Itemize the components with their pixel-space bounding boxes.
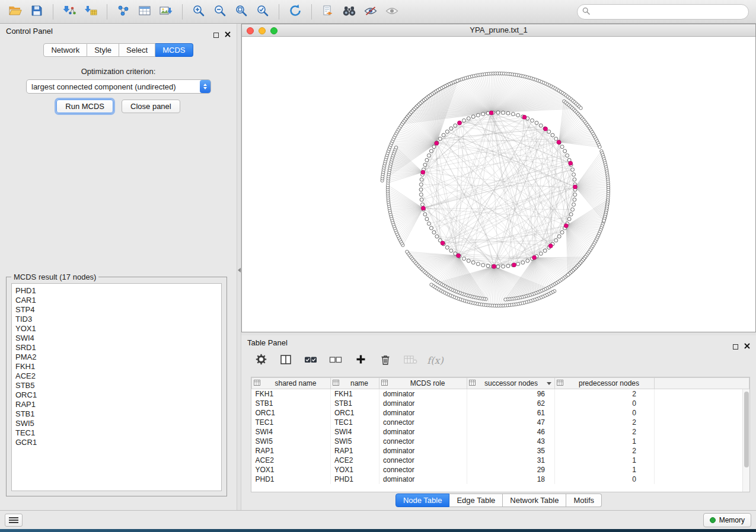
window-close-button[interactable] (247, 27, 254, 34)
column-header-name[interactable]: name (331, 378, 379, 389)
table-row[interactable]: TEC1TEC1connector472 (252, 418, 749, 427)
hide-annotations-button[interactable] (360, 2, 381, 21)
mcds-result-list[interactable]: PHD1 CAR1 STP4 TID3 YOX1 SWI4 SRD1 PMA2 … (11, 283, 222, 491)
search-input[interactable] (593, 8, 748, 16)
float-panel-icon[interactable] (733, 344, 738, 350)
zoom-in-icon (192, 4, 205, 19)
search-box[interactable] (577, 4, 749, 20)
table-row[interactable]: FKH1FKH1dominator962 (252, 389, 749, 399)
window-zoom-button[interactable] (270, 27, 277, 34)
column-grid-icon (381, 379, 388, 387)
network-view-window: YPA_prune.txt_1 (241, 24, 756, 332)
result-node[interactable]: CAR1 (12, 296, 221, 305)
save-session-button[interactable] (26, 2, 47, 21)
column-header-successor-nodes[interactable]: successor nodes (467, 378, 555, 389)
tab-network[interactable]: Network (43, 43, 87, 57)
result-node[interactable]: TID3 (12, 315, 221, 324)
import-table-button[interactable] (80, 2, 101, 21)
zoom-out-button[interactable] (209, 2, 231, 21)
result-node[interactable]: ACE2 (12, 371, 221, 381)
network-window-title: YPA_prune.txt_1 (242, 24, 755, 36)
main-toolbar (0, 0, 756, 24)
result-node[interactable]: GCR1 (12, 438, 221, 447)
network-canvas[interactable] (242, 37, 755, 332)
search-network-button[interactable] (339, 2, 360, 21)
collapse-left-icon[interactable] (238, 268, 241, 273)
result-node[interactable]: PHD1 (12, 286, 221, 296)
table-row[interactable]: PHD1PHD1dominator180 (252, 475, 749, 484)
window-minimize-button[interactable] (259, 27, 266, 34)
run-mcds-button[interactable]: Run MCDS (56, 100, 113, 113)
open-file-button[interactable] (5, 2, 26, 21)
float-panel-icon[interactable] (213, 33, 219, 38)
result-node[interactable]: STP4 (12, 305, 221, 315)
delete-column-button[interactable] (377, 352, 394, 368)
memory-button[interactable]: Memory (703, 513, 751, 527)
zoom-fit-button[interactable] (231, 2, 252, 21)
table-row[interactable]: YOX1YOX1connector291 (252, 465, 749, 475)
table-row[interactable]: SWI5SWI5connector431 (252, 437, 749, 446)
import-table-icon (84, 5, 98, 18)
result-node[interactable]: ORC1 (12, 390, 221, 400)
show-columns-button[interactable] (277, 352, 295, 368)
vertical-splitter[interactable] (237, 24, 241, 510)
add-column-button[interactable] (352, 352, 369, 368)
result-node[interactable]: RAP1 (12, 400, 221, 409)
table-row[interactable]: STB1STB1dominator620 (252, 399, 749, 408)
import-network-icon (62, 5, 76, 18)
tab-network-table[interactable]: Network Table (503, 493, 566, 507)
table-settings-button[interactable] (252, 352, 270, 368)
node-table[interactable]: shared name name MCDS role successor nod… (251, 377, 750, 492)
zoom-selected-icon (256, 4, 269, 19)
table-row[interactable]: SWI4SWI4dominator462 (252, 427, 749, 437)
table-scrollbar[interactable] (742, 389, 749, 492)
new-table-button[interactable] (134, 2, 155, 21)
result-node[interactable]: SWI5 (12, 419, 221, 428)
apply-layout-button[interactable] (285, 2, 306, 21)
table-row[interactable]: ORC1ORC1dominator610 (252, 408, 749, 418)
close-panel-icon[interactable] (225, 27, 231, 43)
status-menu-button[interactable] (5, 514, 23, 527)
tab-edge-table[interactable]: Edge Table (449, 493, 503, 507)
tab-style[interactable]: Style (87, 43, 119, 57)
network-graph[interactable] (242, 37, 755, 332)
tab-motifs[interactable]: Motifs (566, 493, 602, 507)
import-network-button[interactable] (59, 2, 80, 21)
search-icon (582, 7, 590, 17)
network-window-titlebar[interactable]: YPA_prune.txt_1 (242, 24, 755, 37)
new-network-button[interactable] (113, 2, 134, 21)
mcds-result-title: MCDS result (17 nodes) (11, 273, 98, 281)
tab-node-table[interactable]: Node Table (395, 493, 450, 507)
column-header-predecessor-nodes[interactable]: predecessor nodes (555, 378, 655, 389)
result-node[interactable]: PMA2 (12, 352, 221, 362)
sort-descending-icon[interactable] (547, 382, 551, 385)
show-annotations-button[interactable] (381, 2, 403, 21)
result-node[interactable]: FKH1 (12, 362, 221, 371)
deselect-all-rows-button[interactable] (327, 352, 344, 368)
select-all-rows-button[interactable] (302, 352, 320, 368)
close-panel-icon[interactable] (744, 339, 750, 354)
toolbar-separator (53, 4, 53, 20)
result-node[interactable]: TEC1 (12, 428, 221, 438)
zoom-selected-button[interactable] (252, 2, 273, 21)
result-node[interactable]: YOX1 (12, 324, 221, 334)
zoom-in-button[interactable] (188, 2, 209, 21)
column-grid-icon (557, 379, 563, 387)
result-node[interactable]: STB5 (12, 381, 221, 390)
result-node[interactable]: SRD1 (12, 343, 221, 352)
zoom-out-icon (213, 4, 227, 19)
tab-mcds[interactable]: MCDS (155, 43, 193, 57)
scrollbar-thumb[interactable] (744, 392, 749, 467)
criterion-dropdown[interactable]: largest connected component (undirected) (26, 79, 211, 94)
table-row[interactable]: RAP1RAP1dominator352 (252, 446, 749, 456)
close-panel-button[interactable]: Close panel (122, 100, 180, 113)
table-row[interactable]: ACE2ACE2connector311 (252, 456, 749, 465)
column-header-shared-name[interactable]: shared name (252, 378, 331, 389)
export-document-button[interactable] (317, 2, 339, 21)
result-node[interactable]: SWI4 (12, 334, 221, 343)
result-node[interactable]: STB1 (12, 409, 221, 419)
open-folder-icon (8, 5, 23, 18)
column-header-mcds-role[interactable]: MCDS role (379, 378, 467, 389)
export-image-button[interactable] (155, 2, 177, 21)
tab-select[interactable]: Select (119, 43, 155, 57)
